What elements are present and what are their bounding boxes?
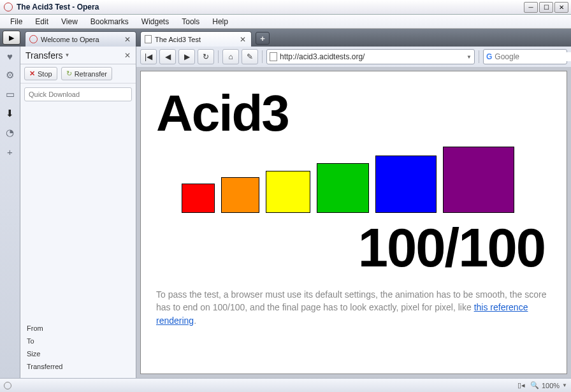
transfer-stats: From To Size Transferred (20, 319, 136, 378)
tab-welcome[interactable]: Welcome to Opera ✕ (25, 31, 136, 47)
panel-close-icon[interactable]: ✕ (124, 51, 131, 60)
back-button[interactable]: ◀ (159, 49, 176, 64)
title-bar: The Acid3 Test - Opera ─ ☐ ✕ (0, 0, 571, 15)
document-icon (270, 52, 277, 61)
menu-help[interactable]: Help (206, 16, 235, 27)
wand-button[interactable]: ✎ (242, 49, 258, 64)
stat-transferred: Transferred (27, 360, 129, 373)
document-icon (145, 35, 152, 43)
transfers-panel: Transfers ▼ ✕ ✕Stop ↻Retransfer From To … (20, 47, 136, 378)
content-area: |◀ ◀ ▶ ↻ ⌂ ✎ ▼ G ▼ Acid3 10 (136, 47, 571, 378)
tab-close-icon[interactable]: ✕ (238, 35, 247, 44)
reload-button[interactable]: ↻ (198, 49, 214, 64)
reload-icon: ↻ (66, 69, 72, 78)
menu-edit[interactable]: Edit (29, 16, 55, 27)
forward-button[interactable]: ▶ (178, 49, 195, 64)
stat-from: From (27, 322, 129, 335)
search-bar[interactable]: G ▼ (483, 49, 567, 64)
chevron-down-icon[interactable]: ▼ (65, 52, 70, 58)
color-bar (221, 177, 259, 213)
minimize-button[interactable]: ─ (524, 2, 538, 13)
download-icon[interactable]: ⬇ (3, 106, 17, 120)
heart-icon[interactable]: ♥ (3, 49, 17, 63)
color-bar (375, 156, 437, 213)
color-bar (443, 147, 514, 213)
acid3-score: 100/100 (156, 217, 551, 279)
acid3-color-bars (156, 147, 551, 213)
menu-widgets[interactable]: Widgets (135, 16, 175, 27)
menu-bar: File Edit View Bookmarks Widgets Tools H… (0, 15, 571, 29)
color-bar (182, 184, 215, 213)
url-input[interactable] (280, 52, 464, 61)
window-title: The Acid3 Test - Opera (17, 3, 523, 11)
add-panel-icon[interactable]: + (3, 145, 17, 159)
x-icon: ✕ (29, 69, 35, 78)
tab-close-icon[interactable]: ✕ (123, 35, 132, 44)
retransfer-button[interactable]: ↻Retransfer (61, 67, 112, 80)
tab-strip: ▶ Welcome to Opera ✕ The Acid3 Test ✕ + (0, 29, 571, 47)
address-bar[interactable]: ▼ (266, 49, 475, 64)
color-bar (266, 171, 310, 213)
trash-button[interactable]: ▶ (3, 31, 20, 45)
new-tab-button[interactable]: + (256, 32, 270, 45)
chevron-down-icon[interactable]: ▼ (562, 382, 567, 388)
opera-icon (29, 35, 38, 43)
note-icon[interactable]: ▭ (3, 87, 17, 101)
home-button[interactable]: ⌂ (222, 49, 239, 64)
status-bar: ▯◂ 🔍 100% ▼ (0, 378, 571, 392)
tab-title: Welcome to Opera (41, 36, 120, 43)
zoom-control[interactable]: 🔍 100% ▼ (530, 381, 567, 389)
maximize-button[interactable]: ☐ (539, 2, 553, 13)
gear-icon[interactable]: ⚙ (3, 68, 17, 82)
search-input[interactable] (495, 52, 571, 61)
rewind-button[interactable]: |◀ (140, 49, 157, 64)
chevron-down-icon[interactable]: ▼ (466, 54, 472, 60)
acid3-description: To pass the test, a browser must use its… (156, 288, 551, 327)
tab-acid3[interactable]: The Acid3 Test ✕ (140, 31, 252, 47)
quick-download-input[interactable] (24, 87, 132, 101)
zoom-value: 100% (542, 382, 560, 389)
menu-file[interactable]: File (4, 16, 29, 27)
acid3-heading: Acid3 (156, 84, 551, 143)
history-icon[interactable]: ◔ (3, 126, 17, 140)
menu-view[interactable]: View (55, 16, 84, 27)
stop-button[interactable]: ✕Stop (24, 67, 57, 80)
menu-bookmarks[interactable]: Bookmarks (84, 16, 135, 27)
color-bar (317, 163, 369, 213)
opera-icon[interactable] (4, 382, 11, 389)
sidebar-icon-stack: ♥ ⚙ ▭ ⬇ ◔ + (0, 47, 20, 378)
navigation-toolbar: |◀ ◀ ▶ ↻ ⌂ ✎ ▼ G ▼ (136, 47, 571, 67)
opera-icon (4, 3, 13, 11)
tab-title: The Acid3 Test (155, 36, 235, 43)
menu-tools[interactable]: Tools (175, 16, 206, 27)
stat-size: Size (27, 347, 129, 360)
panel-title: Transfers ▼ (25, 50, 124, 61)
google-icon: G (486, 52, 492, 61)
view-icon[interactable]: ▯◂ (517, 381, 525, 389)
close-button[interactable]: ✕ (554, 2, 568, 13)
stat-to: To (27, 335, 129, 347)
rendered-page: Acid3 100/100 To pass the test, a browse… (140, 71, 567, 374)
zoom-icon: 🔍 (530, 381, 539, 389)
